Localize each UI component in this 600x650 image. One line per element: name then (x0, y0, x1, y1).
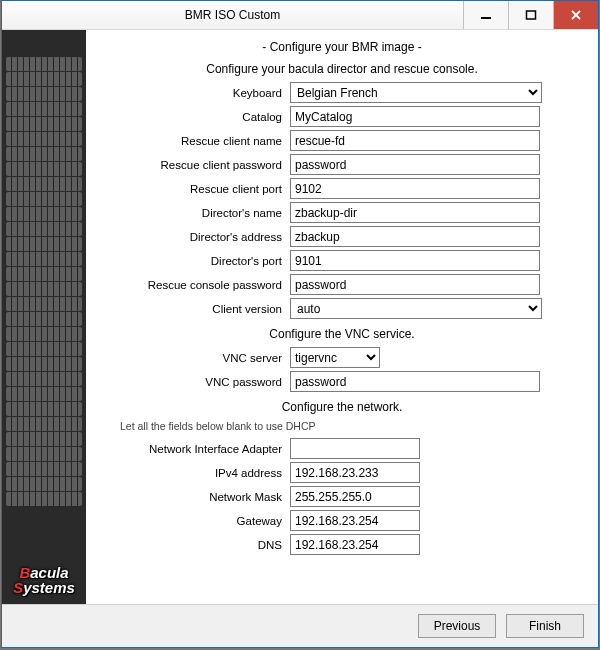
sidebar-image: Bacula Systems (2, 30, 86, 604)
close-icon (570, 9, 582, 21)
rescue-client-name-label: Rescue client name (102, 135, 290, 147)
dns-label: DNS (102, 539, 290, 551)
director-name-label: Director's name (102, 207, 290, 219)
netmask-label: Network Mask (102, 491, 290, 503)
vnc-server-select[interactable]: tigervnc (290, 347, 380, 368)
previous-button[interactable]: Previous (418, 614, 496, 638)
client-version-label: Client version (102, 303, 290, 315)
window-title: BMR ISO Custom (2, 1, 463, 29)
minimize-button[interactable] (463, 1, 508, 29)
vnc-password-label: VNC password (102, 376, 290, 388)
section-vnc-heading: Configure the VNC service. (102, 327, 582, 341)
svg-rect-1 (527, 11, 536, 19)
page-title: - Configure your BMR image - (102, 40, 582, 54)
rescue-client-name-input[interactable] (290, 130, 540, 151)
director-name-input[interactable] (290, 202, 540, 223)
section-director-heading: Configure your bacula director and rescu… (102, 62, 582, 76)
app-window: BMR ISO Custom (1, 0, 599, 648)
close-button[interactable] (553, 1, 598, 29)
gateway-input[interactable] (290, 510, 420, 531)
vnc-server-label: VNC server (102, 352, 290, 364)
maximize-button[interactable] (508, 1, 553, 29)
rescue-console-password-label: Rescue console password (102, 279, 290, 291)
keyboard-select[interactable]: Belgian French (290, 82, 542, 103)
gateway-label: Gateway (102, 515, 290, 527)
nic-label: Network Interface Adapter (102, 443, 290, 455)
director-address-label: Director's address (102, 231, 290, 243)
section-network-heading: Configure the network. (102, 400, 582, 414)
titlebar: BMR ISO Custom (2, 1, 598, 30)
rescue-client-password-label: Rescue client password (102, 159, 290, 171)
rescue-client-port-input[interactable] (290, 178, 540, 199)
maximize-icon (525, 9, 537, 21)
netmask-input[interactable] (290, 486, 420, 507)
dns-input[interactable] (290, 534, 420, 555)
rescue-client-port-label: Rescue client port (102, 183, 290, 195)
window-controls (463, 1, 598, 29)
form-area: - Configure your BMR image - Configure y… (86, 30, 598, 604)
footer: Previous Finish (2, 604, 598, 647)
keyboard-label: Keyboard (102, 87, 290, 99)
ipv4-label: IPv4 address (102, 467, 290, 479)
nic-input[interactable] (290, 438, 420, 459)
minimize-icon (480, 9, 492, 21)
vnc-password-input[interactable] (290, 371, 540, 392)
bacula-systems-logo: Bacula Systems (2, 565, 86, 597)
ipv4-input[interactable] (290, 462, 420, 483)
catalog-input[interactable] (290, 106, 540, 127)
content-area: Bacula Systems - Configure your BMR imag… (2, 30, 598, 604)
director-port-label: Director's port (102, 255, 290, 267)
network-hint: Let all the fields below blank to use DH… (102, 420, 582, 432)
director-address-input[interactable] (290, 226, 540, 247)
client-version-select[interactable]: auto (290, 298, 542, 319)
director-port-input[interactable] (290, 250, 540, 271)
rescue-console-password-input[interactable] (290, 274, 540, 295)
rescue-client-password-input[interactable] (290, 154, 540, 175)
catalog-label: Catalog (102, 111, 290, 123)
finish-button[interactable]: Finish (506, 614, 584, 638)
